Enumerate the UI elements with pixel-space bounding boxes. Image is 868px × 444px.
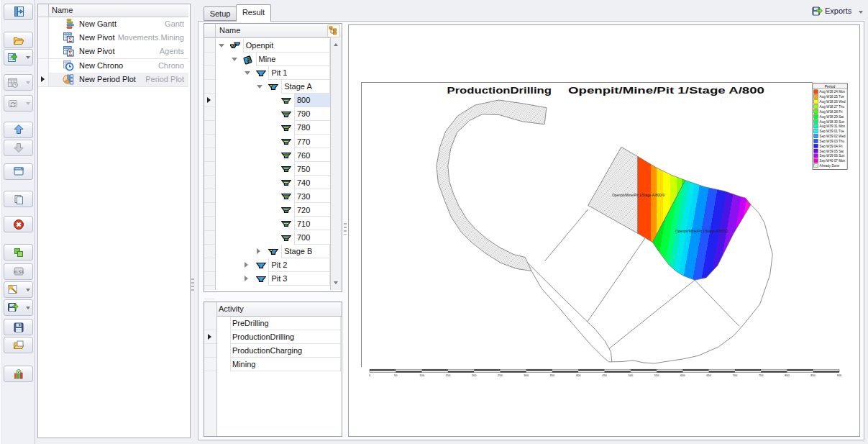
svg-text:Sep W39 05 Sat: Sep W39 05 Sat xyxy=(820,150,844,153)
svg-text:Sep W39 03 Thu: Sep W39 03 Thu xyxy=(820,140,845,143)
svg-text:50: 50 xyxy=(394,373,398,377)
svg-text:400: 400 xyxy=(576,373,581,377)
svg-text:900: 900 xyxy=(837,373,842,377)
svg-text:850: 850 xyxy=(810,373,816,377)
svg-text:500: 500 xyxy=(628,373,633,377)
svg-text:Aug W38 30 Sun: Aug W38 30 Sun xyxy=(820,120,845,124)
svg-text:Sep W40 07 Mon: Sep W40 07 Mon xyxy=(820,159,846,163)
svg-text:Σ: Σ xyxy=(68,37,72,43)
svg-text:Aug W38 29 Sat: Aug W38 29 Sat xyxy=(820,115,844,119)
svg-text:150: 150 xyxy=(445,373,450,377)
svg-text:Sep W39 04 Fri: Sep W39 04 Fri xyxy=(820,145,843,148)
svg-text:350: 350 xyxy=(550,373,555,377)
svg-text:ProductionDrilling: ProductionDrilling xyxy=(447,85,552,96)
svg-text:200: 200 xyxy=(472,373,477,377)
svg-text:Already Done: Already Done xyxy=(820,164,840,168)
svg-text:750: 750 xyxy=(759,373,764,377)
svg-text:800: 800 xyxy=(785,373,790,377)
svg-text:550: 550 xyxy=(654,373,659,377)
svg-text:100: 100 xyxy=(419,373,424,377)
svg-text:Sep W39 02 Wed: Sep W39 02 Wed xyxy=(820,135,846,138)
svg-text:650: 650 xyxy=(706,373,711,377)
svg-text:250: 250 xyxy=(498,373,503,377)
svg-text:Period: Period xyxy=(825,84,836,89)
svg-text:Openpit/Mine/Pit 1/Stage A/800: Openpit/Mine/Pit 1/Stage A/800/9 xyxy=(612,194,664,197)
svg-text:Aug W38 27 Thu: Aug W38 27 Thu xyxy=(820,105,845,109)
svg-text:Aug W39 31 Mon: Aug W39 31 Mon xyxy=(820,124,846,128)
svg-text:Sep W39 06 Sun: Sep W39 06 Sun xyxy=(820,154,845,158)
svg-text:700: 700 xyxy=(733,373,738,377)
svg-text:Aug W38 28 Fri: Aug W38 28 Fri xyxy=(820,110,843,114)
svg-text:600: 600 xyxy=(680,373,685,377)
svg-text:Openpit/Mine/Pit 1/Stage A/800: Openpit/Mine/Pit 1/Stage A/800/2 xyxy=(675,230,728,233)
svg-text:Aug W38 26 Wed: Aug W38 26 Wed xyxy=(820,100,846,104)
svg-text:Aug W38 24 Mon: Aug W38 24 Mon xyxy=(820,90,846,94)
svg-text:XLSX: XLSX xyxy=(13,270,24,274)
svg-text:450: 450 xyxy=(602,373,607,377)
svg-text:300: 300 xyxy=(524,373,529,377)
svg-text:Σ: Σ xyxy=(68,50,72,57)
svg-text:0: 0 xyxy=(369,373,371,377)
svg-text:Openpit/Mine/Pit 1/Stage A/800: Openpit/Mine/Pit 1/Stage A/800 xyxy=(568,85,764,96)
svg-text:Aug W38 25 Tue: Aug W38 25 Tue xyxy=(820,95,845,99)
svg-text:Sep W39 01 Tue: Sep W39 01 Tue xyxy=(820,130,845,133)
